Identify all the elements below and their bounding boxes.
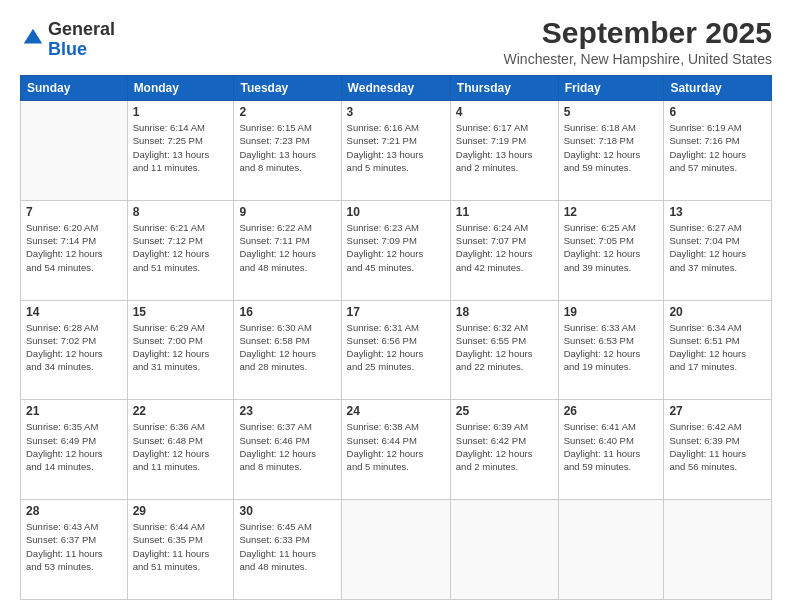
day-cell: 28Sunrise: 6:43 AM Sunset: 6:37 PM Dayli… — [21, 500, 128, 600]
day-number: 9 — [239, 205, 335, 219]
day-cell: 26Sunrise: 6:41 AM Sunset: 6:40 PM Dayli… — [558, 400, 664, 500]
day-info: Sunrise: 6:39 AM Sunset: 6:42 PM Dayligh… — [456, 420, 553, 473]
day-info: Sunrise: 6:28 AM Sunset: 7:02 PM Dayligh… — [26, 321, 122, 374]
day-number: 15 — [133, 305, 229, 319]
day-info: Sunrise: 6:22 AM Sunset: 7:11 PM Dayligh… — [239, 221, 335, 274]
day-cell: 16Sunrise: 6:30 AM Sunset: 6:58 PM Dayli… — [234, 300, 341, 400]
day-info: Sunrise: 6:41 AM Sunset: 6:40 PM Dayligh… — [564, 420, 659, 473]
day-cell: 18Sunrise: 6:32 AM Sunset: 6:55 PM Dayli… — [450, 300, 558, 400]
day-cell: 14Sunrise: 6:28 AM Sunset: 7:02 PM Dayli… — [21, 300, 128, 400]
day-number: 16 — [239, 305, 335, 319]
week-row-3: 21Sunrise: 6:35 AM Sunset: 6:49 PM Dayli… — [21, 400, 772, 500]
week-row-2: 14Sunrise: 6:28 AM Sunset: 7:02 PM Dayli… — [21, 300, 772, 400]
title-block: September 2025 Winchester, New Hampshire… — [504, 16, 772, 67]
day-info: Sunrise: 6:21 AM Sunset: 7:12 PM Dayligh… — [133, 221, 229, 274]
day-info: Sunrise: 6:45 AM Sunset: 6:33 PM Dayligh… — [239, 520, 335, 573]
day-info: Sunrise: 6:19 AM Sunset: 7:16 PM Dayligh… — [669, 121, 766, 174]
day-number: 11 — [456, 205, 553, 219]
day-cell: 27Sunrise: 6:42 AM Sunset: 6:39 PM Dayli… — [664, 400, 772, 500]
day-number: 10 — [347, 205, 445, 219]
day-cell: 11Sunrise: 6:24 AM Sunset: 7:07 PM Dayli… — [450, 200, 558, 300]
day-info: Sunrise: 6:16 AM Sunset: 7:21 PM Dayligh… — [347, 121, 445, 174]
day-info: Sunrise: 6:38 AM Sunset: 6:44 PM Dayligh… — [347, 420, 445, 473]
day-number: 20 — [669, 305, 766, 319]
day-number: 5 — [564, 105, 659, 119]
day-number: 29 — [133, 504, 229, 518]
day-cell: 3Sunrise: 6:16 AM Sunset: 7:21 PM Daylig… — [341, 101, 450, 201]
day-info: Sunrise: 6:17 AM Sunset: 7:19 PM Dayligh… — [456, 121, 553, 174]
day-number: 17 — [347, 305, 445, 319]
day-cell: 17Sunrise: 6:31 AM Sunset: 6:56 PM Dayli… — [341, 300, 450, 400]
day-cell: 20Sunrise: 6:34 AM Sunset: 6:51 PM Dayli… — [664, 300, 772, 400]
day-number: 7 — [26, 205, 122, 219]
day-cell: 2Sunrise: 6:15 AM Sunset: 7:23 PM Daylig… — [234, 101, 341, 201]
day-cell — [341, 500, 450, 600]
day-info: Sunrise: 6:18 AM Sunset: 7:18 PM Dayligh… — [564, 121, 659, 174]
day-info: Sunrise: 6:44 AM Sunset: 6:35 PM Dayligh… — [133, 520, 229, 573]
day-number: 30 — [239, 504, 335, 518]
weekday-header-sunday: Sunday — [21, 76, 128, 101]
day-cell: 15Sunrise: 6:29 AM Sunset: 7:00 PM Dayli… — [127, 300, 234, 400]
day-cell: 30Sunrise: 6:45 AM Sunset: 6:33 PM Dayli… — [234, 500, 341, 600]
day-number: 23 — [239, 404, 335, 418]
logo-icon — [22, 27, 44, 49]
weekday-header-saturday: Saturday — [664, 76, 772, 101]
logo-blue: Blue — [48, 39, 87, 59]
day-info: Sunrise: 6:42 AM Sunset: 6:39 PM Dayligh… — [669, 420, 766, 473]
day-info: Sunrise: 6:20 AM Sunset: 7:14 PM Dayligh… — [26, 221, 122, 274]
day-cell: 25Sunrise: 6:39 AM Sunset: 6:42 PM Dayli… — [450, 400, 558, 500]
day-info: Sunrise: 6:31 AM Sunset: 6:56 PM Dayligh… — [347, 321, 445, 374]
week-row-4: 28Sunrise: 6:43 AM Sunset: 6:37 PM Dayli… — [21, 500, 772, 600]
day-cell: 22Sunrise: 6:36 AM Sunset: 6:48 PM Dayli… — [127, 400, 234, 500]
day-cell: 23Sunrise: 6:37 AM Sunset: 6:46 PM Dayli… — [234, 400, 341, 500]
day-cell — [450, 500, 558, 600]
day-info: Sunrise: 6:24 AM Sunset: 7:07 PM Dayligh… — [456, 221, 553, 274]
page: General Blue September 2025 Winchester, … — [0, 0, 792, 612]
weekday-header-friday: Friday — [558, 76, 664, 101]
day-cell: 13Sunrise: 6:27 AM Sunset: 7:04 PM Dayli… — [664, 200, 772, 300]
day-info: Sunrise: 6:29 AM Sunset: 7:00 PM Dayligh… — [133, 321, 229, 374]
day-number: 1 — [133, 105, 229, 119]
day-cell: 8Sunrise: 6:21 AM Sunset: 7:12 PM Daylig… — [127, 200, 234, 300]
day-number: 8 — [133, 205, 229, 219]
logo: General Blue — [20, 20, 115, 60]
day-number: 14 — [26, 305, 122, 319]
day-number: 28 — [26, 504, 122, 518]
day-cell: 7Sunrise: 6:20 AM Sunset: 7:14 PM Daylig… — [21, 200, 128, 300]
week-row-1: 7Sunrise: 6:20 AM Sunset: 7:14 PM Daylig… — [21, 200, 772, 300]
day-number: 27 — [669, 404, 766, 418]
day-info: Sunrise: 6:37 AM Sunset: 6:46 PM Dayligh… — [239, 420, 335, 473]
day-info: Sunrise: 6:30 AM Sunset: 6:58 PM Dayligh… — [239, 321, 335, 374]
day-info: Sunrise: 6:36 AM Sunset: 6:48 PM Dayligh… — [133, 420, 229, 473]
day-info: Sunrise: 6:43 AM Sunset: 6:37 PM Dayligh… — [26, 520, 122, 573]
day-info: Sunrise: 6:35 AM Sunset: 6:49 PM Dayligh… — [26, 420, 122, 473]
day-cell — [664, 500, 772, 600]
day-info: Sunrise: 6:27 AM Sunset: 7:04 PM Dayligh… — [669, 221, 766, 274]
day-cell: 21Sunrise: 6:35 AM Sunset: 6:49 PM Dayli… — [21, 400, 128, 500]
day-cell: 10Sunrise: 6:23 AM Sunset: 7:09 PM Dayli… — [341, 200, 450, 300]
day-info: Sunrise: 6:33 AM Sunset: 6:53 PM Dayligh… — [564, 321, 659, 374]
day-cell — [558, 500, 664, 600]
month-title: September 2025 — [504, 16, 772, 49]
day-info: Sunrise: 6:32 AM Sunset: 6:55 PM Dayligh… — [456, 321, 553, 374]
day-number: 19 — [564, 305, 659, 319]
day-number: 4 — [456, 105, 553, 119]
day-cell: 19Sunrise: 6:33 AM Sunset: 6:53 PM Dayli… — [558, 300, 664, 400]
header: General Blue September 2025 Winchester, … — [20, 16, 772, 67]
day-info: Sunrise: 6:15 AM Sunset: 7:23 PM Dayligh… — [239, 121, 335, 174]
weekday-header-thursday: Thursday — [450, 76, 558, 101]
day-number: 22 — [133, 404, 229, 418]
day-info: Sunrise: 6:23 AM Sunset: 7:09 PM Dayligh… — [347, 221, 445, 274]
calendar-table: SundayMondayTuesdayWednesdayThursdayFrid… — [20, 75, 772, 600]
day-number: 26 — [564, 404, 659, 418]
logo-text: General Blue — [48, 20, 115, 60]
weekday-header-monday: Monday — [127, 76, 234, 101]
day-cell: 5Sunrise: 6:18 AM Sunset: 7:18 PM Daylig… — [558, 101, 664, 201]
day-number: 13 — [669, 205, 766, 219]
day-cell: 4Sunrise: 6:17 AM Sunset: 7:19 PM Daylig… — [450, 101, 558, 201]
weekday-header-row: SundayMondayTuesdayWednesdayThursdayFrid… — [21, 76, 772, 101]
svg-marker-0 — [24, 29, 42, 44]
day-info: Sunrise: 6:14 AM Sunset: 7:25 PM Dayligh… — [133, 121, 229, 174]
day-cell: 24Sunrise: 6:38 AM Sunset: 6:44 PM Dayli… — [341, 400, 450, 500]
weekday-header-tuesday: Tuesday — [234, 76, 341, 101]
